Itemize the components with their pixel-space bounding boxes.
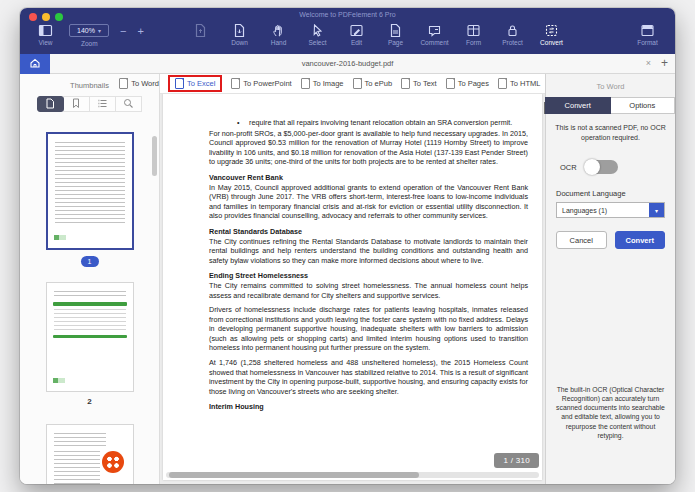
ocr-toggle[interactable] [586, 160, 618, 174]
zoom-value: 140% [77, 27, 95, 34]
bookmark-icon [71, 95, 81, 113]
toolbar-format-label: Format [637, 39, 658, 46]
comment-bubble-icon [427, 23, 442, 38]
toolbar-form-label: Form [466, 39, 481, 46]
tab-options[interactable]: Options [610, 97, 676, 114]
doc-icon [401, 78, 410, 89]
zoom-controls: 140% ▾ − + Zoom [69, 23, 181, 47]
view-panel-icon [38, 23, 53, 38]
convert-settings-panel: To Word Convert Options This is not a sc… [545, 74, 675, 484]
ocr-notice-text: This is not a scanned PDF, no OCR operat… [546, 114, 675, 142]
sidebar-tab-outline[interactable] [89, 96, 116, 112]
toolbar-edit-button[interactable]: Edit [337, 23, 376, 46]
panel-action-buttons: Cancel Convert [556, 231, 665, 249]
zoom-label: Zoom [81, 40, 98, 47]
to-word-label: To Word [131, 79, 159, 88]
thumbnail-list: 1 2 [20, 120, 159, 484]
zoom-level-dropdown[interactable]: 140% ▾ [69, 24, 109, 37]
to-pages-button[interactable]: To Pages [446, 78, 489, 89]
to-excel-button-highlighted[interactable]: To Excel [168, 75, 222, 92]
main-area: Thumbnails [20, 74, 675, 484]
to-epub-button[interactable]: To ePub [353, 78, 393, 89]
page-1-badge: 1 [81, 256, 99, 267]
search-icon [123, 95, 134, 113]
pdf-page[interactable]: •require that all repairs involving tena… [163, 94, 542, 480]
toolbar-select-label: Select [308, 39, 326, 46]
toolbar-form-button[interactable]: Form [454, 23, 493, 46]
horizontal-scrollbar-thumb[interactable] [169, 472, 419, 478]
title-toolbar: Welcome to PDFelement 6 Pro View 140% ▾ … [20, 8, 675, 54]
main-toolbar: View 140% ▾ − + Zoom [20, 21, 675, 53]
to-html-button[interactable]: To HTML [498, 78, 540, 89]
page-down-icon [232, 23, 247, 38]
outline-list-icon [97, 95, 108, 113]
toolbar-comment-button[interactable]: Comment [415, 23, 454, 46]
thumbnail-3-orange-logo [102, 451, 124, 473]
doc-paragraph: In May 2015, Council approved additional… [209, 183, 528, 221]
to-powerpoint-label: To PowerPoint [243, 79, 291, 88]
doc-icon [446, 78, 455, 89]
doc-paragraph: The City continues refining the Rental S… [209, 237, 528, 266]
horizontal-scrollbar[interactable] [166, 472, 539, 478]
to-text-button[interactable]: To Text [401, 78, 437, 89]
chevron-down-icon: ▾ [98, 27, 101, 34]
thumbnail-1-logo [54, 235, 66, 240]
to-pages-label: To Pages [458, 79, 489, 88]
ocr-toggle-knob [584, 159, 600, 175]
doc-icon [175, 78, 184, 89]
thumbnail-2-table-header [53, 302, 127, 306]
bullet-glyph: • [237, 118, 249, 128]
sidebar-tab-thumbnails[interactable] [37, 96, 64, 112]
toolbar-view-label: View [39, 39, 53, 46]
toolbar-view-button[interactable]: View [26, 23, 65, 46]
thumbnail-page-2[interactable] [46, 282, 134, 392]
zoom-in-button[interactable]: + [137, 26, 143, 36]
toolbar-page-button[interactable]: Page [376, 23, 415, 46]
language-dropdown[interactable]: Languages (1) ▾ [556, 202, 665, 218]
panel-header: To Word [546, 74, 675, 91]
toolbar-page-down-button[interactable]: Down [220, 23, 259, 46]
doc-paragraph: Drivers of homelessness include discharg… [209, 305, 528, 353]
sidebar-tab-search[interactable] [115, 96, 142, 112]
lock-icon [505, 23, 520, 38]
ocr-description-text: The built-in OCR (Optical Character Reco… [552, 385, 669, 440]
thumbnail-2-logo [53, 378, 65, 383]
document-tab[interactable]: vancouver-2016-budget.pdf [20, 59, 675, 68]
form-grid-icon [466, 23, 481, 38]
to-word-button[interactable]: To Word [119, 78, 159, 89]
toolbar-protect-button[interactable]: Protect [493, 23, 532, 46]
to-powerpoint-button[interactable]: To PowerPoint [231, 78, 291, 89]
toolbar-format-button[interactable]: Format [628, 23, 667, 46]
doc-heading: Ending Street Homelessness [209, 271, 528, 281]
convert-button[interactable]: Convert [615, 231, 666, 249]
toolbar-select-button[interactable]: Select [298, 23, 337, 46]
tab-convert[interactable]: Convert [545, 97, 611, 114]
doc-icon [119, 78, 128, 89]
close-tab-icon[interactable]: × [646, 58, 651, 69]
toolbar-hand-button[interactable]: Hand [259, 23, 298, 46]
to-image-button[interactable]: To Image [301, 78, 344, 89]
convert-toolbar: To Word To Excel To PowerPoint To Image … [160, 74, 545, 94]
toolbar-page-down-label: Down [231, 39, 248, 46]
thumbnail-3-textlines [54, 451, 100, 484]
toolbar-page-up-button[interactable] [181, 23, 220, 39]
thumbnail-page-icon [45, 95, 55, 113]
toolbar-convert-button[interactable]: Convert [532, 23, 571, 46]
thumbnail-page-3[interactable] [46, 424, 134, 484]
thumbnail-1-textlines [55, 142, 125, 226]
page-indicator-badge: 1 / 310 [494, 453, 539, 468]
sidebar-tab-bookmarks[interactable] [63, 96, 90, 112]
zoom-out-button[interactable]: − [120, 26, 126, 36]
cancel-button[interactable]: Cancel [556, 231, 607, 249]
ocr-label: OCR [560, 163, 577, 172]
new-tab-icon[interactable]: + [661, 56, 668, 71]
language-dropdown-value: Languages (1) [557, 203, 649, 217]
format-panel-icon [640, 23, 655, 38]
to-epub-label: To ePub [365, 79, 393, 88]
sidebar-scrollbar[interactable] [152, 136, 157, 176]
thumbnails-sidebar: Thumbnails [20, 74, 160, 484]
edit-pencil-icon [349, 23, 364, 38]
chevron-down-icon: ▾ [649, 203, 664, 217]
toolbar-convert-label: Convert [540, 39, 563, 46]
thumbnail-page-1[interactable] [46, 132, 134, 250]
